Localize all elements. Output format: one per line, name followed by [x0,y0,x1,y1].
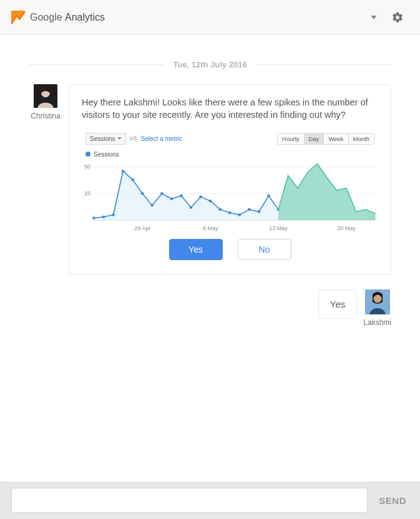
brand-light: Google [30,12,62,22]
vs-label: VS [130,135,137,142]
chevron-down-icon [371,16,377,19]
svg-point-18 [209,200,212,202]
sessions-chart-card: Sessions VS Select a metric Hourly Day W… [82,130,378,225]
brand-text: Google Analytics [30,12,105,23]
bot-avatar [34,84,57,108]
bot-bubble: Hey there Lakshmi! Looks like there were… [69,84,391,274]
svg-point-7 [102,215,105,218]
user-avatar-col: Lakshmi [363,289,391,327]
chart-plot-area: 255029 Apr6 May13 May20 May [82,159,378,223]
svg-point-15 [180,194,183,196]
user-reply-text: Yes [330,299,345,309]
svg-point-24 [267,194,270,196]
svg-point-22 [248,208,251,210]
prompt-buttons: Yes No [82,239,378,260]
range-month[interactable]: Month [348,133,374,144]
metric-selector[interactable]: Sessions [85,133,126,145]
svg-point-28 [373,294,381,303]
svg-point-16 [190,206,193,208]
yes-button[interactable]: Yes [169,239,223,260]
x-tick-label: 29 Apr [134,225,150,231]
no-button[interactable]: No [238,239,291,260]
svg-point-19 [218,208,222,210]
gear-icon [391,11,404,24]
svg-point-23 [258,210,261,213]
settings-button[interactable] [386,6,409,29]
bot-message-text: Hey there Lakshmi! Looks like there were… [82,96,378,122]
svg-point-10 [131,178,134,180]
range-group: Hourly Day Week Month [277,133,374,145]
x-tick-label: 13 May [269,225,288,231]
y-tick-label: 25 [84,190,90,196]
user-bubble: Yes [318,289,357,319]
legend-label: Sessions [94,151,119,158]
svg-point-12 [150,203,154,206]
send-button[interactable]: SEND [376,492,409,510]
ga-logo-icon [11,11,25,24]
range-week[interactable]: Week [323,133,348,144]
message-input[interactable] [11,488,368,513]
svg-point-8 [112,213,115,216]
chevron-down-icon [117,137,122,140]
metric-selected-label: Sessions [90,135,115,142]
user-message-row: Yes Lakshmi [29,289,391,327]
chart-legend: Sessions [85,151,378,158]
account-dropdown[interactable] [363,6,385,29]
svg-point-13 [160,192,164,195]
chart-toolbar: Sessions VS Select a metric Hourly Day W… [82,133,378,145]
user-avatar [365,289,390,314]
x-tick-label: 6 May [203,225,218,231]
svg-point-21 [238,213,241,216]
conversation-area: Tue, 12th July 2016 Christina Hey there … [0,35,420,482]
bot-avatar-col: Christina [29,84,62,120]
brand-bold: Analytics [65,12,105,22]
range-day[interactable]: Day [304,133,324,144]
legend-dot-icon [85,152,90,157]
y-tick-label: 50 [84,163,90,170]
svg-point-9 [122,170,125,172]
brand: Google Analytics [11,11,105,24]
svg-point-20 [228,211,232,213]
svg-point-11 [141,192,144,195]
chart-svg [82,159,378,223]
x-tick-label: 20 May [337,225,356,231]
svg-point-14 [170,197,173,200]
date-divider: Tue, 12th July 2016 [29,60,391,69]
user-name: Lakshmi [363,318,391,327]
range-hourly[interactable]: Hourly [278,133,303,144]
bot-name: Christina [31,112,60,120]
composer-bar: SEND [0,482,420,519]
svg-point-17 [199,195,202,198]
bot-message-row: Christina Hey there Lakshmi! Looks like … [29,84,391,274]
app-header: Google Analytics [0,0,420,35]
select-metric-link[interactable]: Select a metric [141,135,182,142]
date-label: Tue, 12th July 2016 [164,60,255,69]
svg-point-6 [92,216,95,219]
